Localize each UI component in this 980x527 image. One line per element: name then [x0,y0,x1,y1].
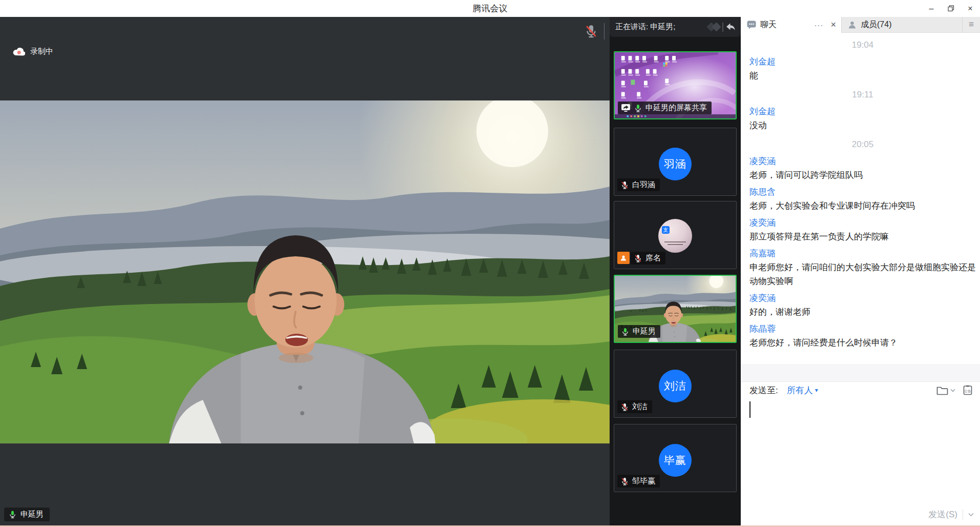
stage-mic-muted-icon[interactable] [584,24,598,39]
avatar-caption-line [664,241,686,242]
cloud-recording-icon [13,47,25,56]
chat-sender-name[interactable]: 陈思含 [749,186,976,199]
tab-members[interactable]: 成员(74) [841,17,962,33]
chat-sender-name[interactable]: 凌奕涵 [749,216,976,230]
send-row: 发送(S) [928,509,974,520]
close-button[interactable]: × [961,0,980,17]
tile-participant[interactable]: 支 席名 [614,201,737,269]
chat-message-list[interactable]: 19:04 刘金超 能 19:11 刘金超 没动 20:05 凌奕涵 老师，请问… [741,33,980,364]
restore-button[interactable] [941,0,961,17]
chat-message-text: 好的，谢谢老师 [749,305,976,319]
chat-timestamp: 20:05 [749,138,976,151]
chat-close-icon[interactable]: × [830,19,836,30]
chat-more-icon[interactable]: ··· [814,21,823,29]
main-video-stage: 录制中 申延男 [0,17,610,525]
svg-text:公告: 公告 [965,389,972,393]
tile-speaker-video[interactable]: 申延男 [614,275,737,343]
announcement-button[interactable]: 公告 [963,385,973,395]
recording-indicator: 录制中 [13,47,53,56]
chat-sender-name[interactable]: 刘金超 [749,55,976,69]
window-controls: – × [922,0,980,17]
tile-name: 刘洁 [632,402,648,412]
avatar: 支 [658,219,692,253]
chat-sender-name[interactable]: 陈晶蓉 [749,322,976,336]
tile-name: 邹毕赢 [632,476,655,486]
tile-participant[interactable]: 毕赢 邹毕赢 [614,424,737,492]
stage-toolbar-divider [604,23,604,39]
chat-sender-name[interactable]: 凌奕涵 [749,155,976,168]
announcement-icon: 公告 [963,385,973,395]
titlebar: 腾讯会议 – × [0,0,980,17]
chat-message-text: 老师您好，请问经费是什么时候申请？ [749,336,976,350]
tile-name: 申延男的屏幕共享 [645,103,707,113]
minimize-button[interactable]: – [922,0,941,17]
tile-name: 申延男 [633,327,656,336]
mic-muted-icon [620,477,629,486]
panel-tabs: 聊天 ··· × 成员(74) ≡ [741,17,980,33]
chat-sender-name[interactable]: 刘金超 [749,105,976,118]
layout-and-back-icons[interactable] [707,21,738,33]
mic-on-icon [634,104,642,113]
tile-label: 申延男的屏幕共享 [618,102,712,114]
chat-sender-name[interactable]: 高嘉璐 [749,247,976,260]
chat-timestamp: 19:04 [749,38,976,52]
tile-participant[interactable]: 羽涵 白羽涵 [614,128,737,196]
text-caret [749,401,750,418]
chat-message-text: 那立项答辩是在第一负责人的学院嘛 [749,230,976,244]
mic-on-icon [621,327,630,336]
screen-share-icon [621,104,631,112]
chat-message-text: 老师，请问可以跨学院组队吗 [749,168,976,182]
chevron-down-icon [968,513,974,517]
chat-message-text: 申老师您好，请问咱们的大创实验大部分是做细胞实验还是动物实验啊 [749,260,976,288]
tile-participant[interactable]: 刘洁 刘洁 [614,350,737,418]
send-options-button[interactable] [968,513,974,517]
folder-icon [936,386,949,395]
chat-timestamp: 19:11 [749,88,976,102]
chat-bubble-icon [747,21,756,29]
main-speaker-name-badge: 申延男 [4,508,50,521]
tile-label: 申延男 [618,325,660,338]
close-icon: × [968,4,972,13]
chat-input[interactable] [741,398,980,505]
avatar: 刘洁 [659,370,692,402]
tab-chat-label: 聊天 [760,19,810,30]
tile-label: 邹毕赢 [617,475,660,488]
panel-menu-button[interactable]: ≡ [962,17,980,33]
window-title: 腾讯会议 [0,0,980,17]
tencent-meeting-window: 腾讯会议 – × 录制中 申延男 正在讲话: 申延男; [0,0,980,527]
avatar-caption-line [668,244,683,245]
chat-message-text: 老师，大创实验会和专业课时间存在冲突吗 [749,199,976,213]
file-attach-button[interactable] [936,386,955,395]
hamburger-icon: ≡ [969,19,974,30]
avatar-logo-badge: 支 [662,226,670,234]
members-icon [848,21,857,29]
speaking-now-label: 正在讲话: 申延男; [610,22,676,32]
tile-screen-share[interactable]: 申延男的屏幕共享 [614,51,737,119]
chat-sender-name[interactable]: 凌奕涵 [749,292,976,305]
chat-message-text: 没动 [749,118,976,132]
chat-message-text: 能 [749,69,976,83]
mic-on-icon [8,510,17,519]
tile-name: 席名 [645,253,661,263]
send-to-value: 所有人 [787,384,813,396]
messages-footer [741,364,980,382]
tile-name: 白羽涵 [632,180,655,190]
minimize-icon: – [929,4,934,13]
main-video-feed [0,100,610,443]
back-arrow-icon [726,24,735,30]
main-speaker-name: 申延男 [20,510,44,519]
tile-label: 白羽涵 [617,178,660,191]
tab-chat[interactable]: 聊天 ··· × [741,17,841,33]
tab-members-label: 成员(74) [861,19,891,30]
recording-label: 录制中 [30,47,53,56]
mic-muted-icon [620,180,629,190]
send-to-selector[interactable]: 所有人 ▾ [787,384,818,396]
mic-muted-icon [620,402,629,412]
registered-user-icon [617,252,630,264]
chevron-down-icon: ▾ [815,387,818,394]
avatar: 毕赢 [659,444,692,477]
send-divider [963,509,963,520]
layout-diamond-icon [712,22,721,31]
send-button[interactable]: 发送(S) [928,509,957,520]
tile-label: 席名 [617,252,665,265]
